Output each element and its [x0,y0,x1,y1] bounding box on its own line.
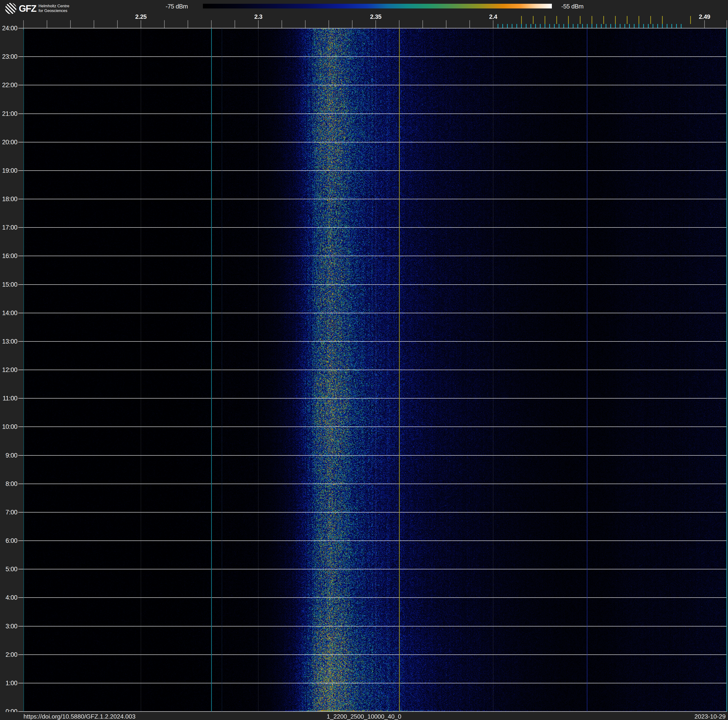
hour-label: 18:00 [2,196,17,203]
hour-label: 17:00 [2,224,17,231]
hour-gridline [18,113,727,114]
gfz-logo-subtitle-line2: for Geosciences [38,8,69,13]
hour-gridline [18,541,727,541]
wifi-channel-tick [544,16,545,24]
wifi-channel-tick [662,16,663,24]
hour-label: 13:00 [2,338,17,345]
gfz-logo-icon [5,3,17,14]
wifi-channel-tick [639,16,639,24]
hour-label: 4:00 [5,594,17,601]
hour-label: 11:00 [3,395,17,402]
hour-gridline [18,654,727,655]
hour-gridline [18,512,727,513]
hour-label: 14:00 [2,309,17,317]
hour-label: 7:00 [5,509,17,516]
hour-gridline [18,683,727,683]
freq-axis-label: 2.3 [254,13,263,20]
hour-label: 20:00 [2,138,17,146]
gfz-logo: GFZ Helmholtz Centre for Geosciences [5,3,69,14]
hour-gridline [18,455,727,456]
hour-label: 16:00 [2,252,17,260]
freq-axis-label: 2.49 [699,13,710,20]
hour-gridline [18,28,727,28]
freq-axis-label: 2.35 [370,13,382,20]
wifi-channel-tick [521,16,522,24]
hour-label: 19:00 [2,167,17,174]
hour-label: 10:00 [2,423,17,430]
freq-axis-label: 2.4 [489,13,497,20]
hour-gridline [18,256,727,256]
hour-gridline [18,370,727,370]
wifi-channel-tick [615,16,616,24]
hour-gridline [18,57,727,57]
footer-bar: https://doi.org/10.5880/GFZ.1.2.2024.003… [0,712,728,720]
hour-gridline [18,626,727,627]
hour-label: 24:00 [2,25,17,32]
hour-gridline [18,85,727,85]
colorbar-gradient [203,4,552,8]
wifi-channel-tick [592,16,592,24]
hour-gridline [18,597,727,598]
hour-gridline [18,313,727,313]
hour-gridline [18,227,727,228]
hour-label: 23:00 [2,53,17,60]
hour-gridline [18,341,727,342]
wifi-channel-tick [568,16,569,24]
hour-label: 1:00 [5,679,17,686]
carrier-line-2.36-ghz [399,28,400,712]
date-text: 2023-10-29 [694,713,726,720]
hour-label: 3:00 [5,622,17,630]
hour-gridline [18,199,727,199]
wifi-channel-tick [580,16,581,24]
gfz-logo-text: GFZ [19,3,36,14]
hour-gridline [18,426,727,427]
header-bar: GFZ Helmholtz Centre for Geosciences -75… [0,0,728,14]
wifi-channel-tick [627,16,627,24]
carrier-line-2.28-ghz [211,28,212,712]
band-edge-line-2.4995-ghz [726,28,727,712]
hour-gridline [18,569,727,569]
hour-label: 2:00 [5,651,17,658]
hour-label: 9:00 [5,452,17,459]
hour-gridline [18,284,727,285]
colorbar-max-label: -55 dBm [561,3,584,10]
hour-label: 5:00 [5,565,17,573]
spectrogram-page: { "header": { "logo_text": "GFZ", "logo_… [0,0,728,720]
wifi-channel-tick [690,16,691,24]
wifi-channel-tick [556,16,557,24]
hour-label: 8:00 [5,480,17,487]
band-edge-line-2.2-ghz [23,28,24,712]
hour-gridline [18,711,727,712]
carrier-line-2.2845-ghz [222,28,222,712]
dataset-id-text: 1_2200_2500_10000_40_0 [0,713,728,720]
spectrogram-plot-area [23,28,727,712]
hour-label: 6:00 [5,537,17,544]
hour-label: 22:00 [2,81,17,89]
hour-gridline [18,142,727,142]
hour-label: 15:00 [2,281,17,288]
wifi-channel-tick [603,16,604,24]
hour-label: 12:00 [2,366,17,374]
hour-gridline [18,398,727,398]
gfz-logo-subtitle: Helmholtz Centre for Geosciences [38,4,69,13]
gfz-logo-subtitle-line1: Helmholtz Centre [38,4,69,8]
wifi-channel-tick [650,16,651,24]
hour-gridline [18,484,727,484]
frequency-axis: 2.252.32.352.42.49 [0,14,728,28]
wifi-channel-tick [533,16,534,24]
colorbar-min-label: -75 dBm [165,3,188,10]
carrier-line-2.44-ghz [587,28,587,712]
hour-gridline [18,170,727,171]
hour-label: 21:00 [2,110,17,117]
freq-axis-label: 2.25 [135,13,147,20]
